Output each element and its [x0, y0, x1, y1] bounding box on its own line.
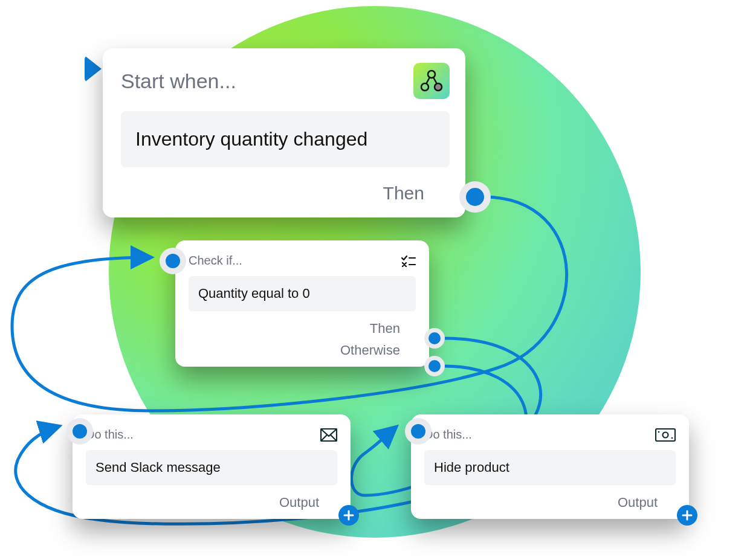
flow-icon — [413, 63, 450, 99]
start-then-label: Then — [121, 183, 450, 204]
check-then-label: Then — [370, 321, 400, 336]
svg-point-10 — [658, 431, 660, 433]
svg-rect-8 — [656, 429, 675, 441]
start-node-card[interactable]: Start when... Inventory quantity changed… — [103, 48, 465, 217]
start-node-content[interactable]: Inventory quantity changed — [121, 111, 450, 167]
svg-point-1 — [421, 83, 428, 91]
svg-point-2 — [435, 83, 442, 91]
check-then-port[interactable] — [424, 328, 445, 349]
plus-icon — [343, 510, 354, 521]
do-node-hide-card[interactable]: Do this... Hide product Output — [411, 414, 689, 519]
do-node-slack-content[interactable]: Send Slack message — [86, 450, 337, 485]
do-slack-input-port[interactable] — [66, 418, 93, 445]
envelope-icon — [320, 428, 337, 442]
check-node-card[interactable]: Check if... Quantity equal to 0 Then Oth… — [175, 240, 429, 367]
svg-line-4 — [433, 77, 437, 84]
add-output-plus-right[interactable] — [677, 505, 697, 526]
check-otherwise-port[interactable] — [424, 356, 445, 376]
do-hide-input-port[interactable] — [405, 418, 432, 445]
svg-point-9 — [663, 432, 668, 437]
play-icon — [85, 56, 102, 82]
plus-icon — [682, 510, 693, 521]
start-node-title: Start when... — [121, 69, 236, 93]
svg-line-3 — [426, 77, 430, 84]
checklist-icon — [401, 255, 416, 267]
do-node-hide-output-label: Output — [424, 495, 676, 510]
svg-point-11 — [671, 437, 673, 439]
do-node-slack-card[interactable]: Do this... Send Slack message Output — [73, 414, 351, 519]
check-otherwise-label: Otherwise — [340, 343, 400, 358]
do-node-hide-content[interactable]: Hide product — [424, 450, 676, 485]
check-node-title: Check if... — [189, 254, 242, 268]
do-node-slack-output-label: Output — [86, 495, 337, 510]
start-then-port[interactable] — [459, 181, 491, 213]
svg-point-0 — [428, 71, 435, 78]
check-input-port[interactable] — [160, 248, 186, 274]
money-icon — [655, 428, 676, 442]
check-node-content[interactable]: Quantity equal to 0 — [189, 276, 416, 311]
add-output-plus-left[interactable] — [338, 505, 359, 526]
